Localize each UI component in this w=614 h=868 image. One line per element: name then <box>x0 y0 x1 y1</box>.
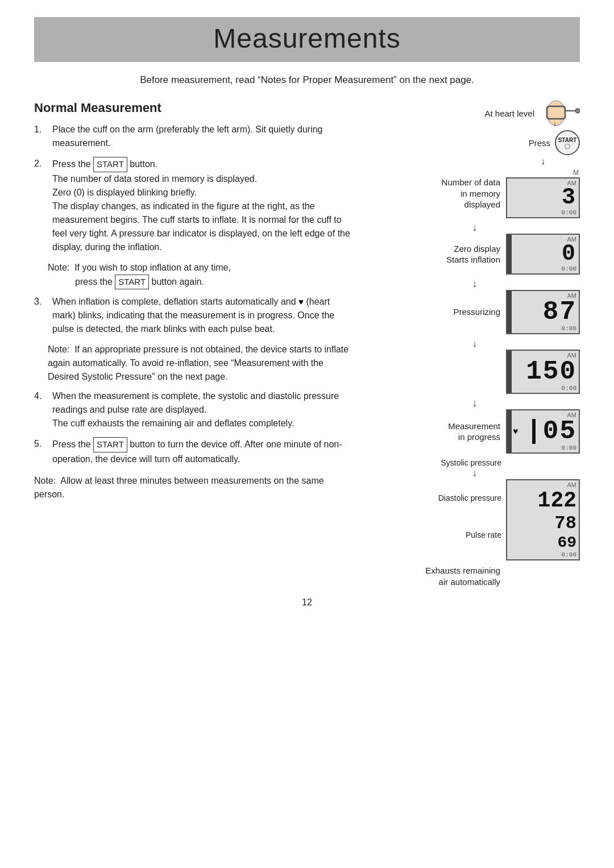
time-val-3: 0:00 <box>562 325 576 332</box>
step-5: 5. Press the START button to turn the de… <box>34 437 354 466</box>
pressure-bar-105 <box>507 410 512 452</box>
step-3-num: 3. <box>34 295 48 336</box>
step-1-num: 1. <box>34 123 48 150</box>
step-5-content: Press the START button to turn the devic… <box>52 437 354 466</box>
page-title: Measurements <box>34 23 580 54</box>
step-1: 1. Place the cuff on the arm (preferably… <box>34 123 354 150</box>
heart-icon: ♥ <box>298 297 304 306</box>
title-bar: Measurements <box>34 17 580 62</box>
heart-level-row: At heart level ↓ <box>484 98 580 128</box>
zero-value: 0 <box>562 243 576 265</box>
svg-text:↓: ↓ <box>553 119 557 127</box>
step-3-content: When inflation is complete, deflation st… <box>52 295 354 336</box>
inflation-lcd: AM 150 0:00 <box>506 350 580 394</box>
systolic-display-value: 122 <box>538 488 576 513</box>
zero-lcd: AM 0 0:00 <box>506 234 580 275</box>
diagram-inflation: AM 150 0:00 <box>370 350 580 394</box>
step-4: 4. When the measurement is complete, the… <box>34 389 354 430</box>
start-btn-ref-2: START <box>115 275 149 290</box>
pulse-display-value: 69 <box>557 534 576 551</box>
time-val-1: 0:00 <box>562 209 576 216</box>
step-3-note: Note: If an appropriate pressure is not … <box>48 343 354 384</box>
memory-lcd: AM 3 0:00 <box>506 177 580 218</box>
diagram-measurement: Measurementin progress AM ♥ |05 <box>370 409 580 454</box>
step-2: 2. Press the START button. The number of… <box>34 157 354 254</box>
memory-value: 3 <box>562 186 576 209</box>
step-3: 3. When inflation is complete, deflation… <box>34 295 354 336</box>
pressure-bar-150 <box>507 351 512 393</box>
arrow-2: ↓ <box>438 222 512 234</box>
time-row-5: 0:00 <box>562 445 576 451</box>
time-val-final: 0:00 <box>562 551 576 558</box>
step-2-note-indent: press the START button again. <box>75 277 204 286</box>
diagram-memory: Number of datain memorydisplayed M AM 3 … <box>370 169 580 218</box>
pulse-rate-label: Pulse rate <box>466 530 501 539</box>
inflation-value: 150 <box>526 359 576 385</box>
time-val-5: 0:00 <box>562 445 576 451</box>
time-row-1: 0:00 <box>562 209 576 216</box>
m-label: M <box>573 169 579 177</box>
arrow-6: ↓ <box>438 467 512 479</box>
diastolic-display-value: 78 <box>555 513 576 534</box>
content-area: Normal Measurement 1. Place the cuff on … <box>34 98 580 587</box>
pressurizing-lcd: AM 87 0:00 <box>506 290 580 334</box>
step-2-note: Note: If you wish to stop inflation at a… <box>48 261 354 290</box>
pressurizing-label: Pressurizing <box>453 306 500 318</box>
page-number: 12 <box>34 597 580 608</box>
step-5-num: 5. <box>34 437 48 466</box>
time-val-4: 0:00 <box>562 385 576 392</box>
diagram-zero: Zero displayStarts inflation AM 0 0:00 <box>370 234 580 275</box>
heart-blink: ♥ <box>513 426 518 437</box>
arrow-4: ↓ <box>438 338 512 350</box>
memory-label: Number of datain memorydisplayed <box>442 177 500 210</box>
diagram-pressurizing: Pressurizing AM 87 0:00 <box>370 290 580 334</box>
svg-point-3 <box>575 109 580 113</box>
final-lcd: AM 122 78 69 0:00 <box>506 479 580 560</box>
start-btn-ref-1: START <box>93 157 127 172</box>
at-heart-level-label: At heart level <box>484 109 534 118</box>
step-2-num: 2. <box>34 157 48 254</box>
measurement-label: Measurementin progress <box>448 421 500 443</box>
exhaust-row: Exhausts remainingair automatically <box>387 565 580 587</box>
bottom-note: Note: Allow at least three minutes betwe… <box>34 474 354 501</box>
measurement-value: |05 <box>526 418 576 445</box>
time-val-2: 0:00 <box>562 265 576 272</box>
systolic-row: Systolic pressure <box>387 458 580 467</box>
page: Measurements Before measurement, read “N… <box>0 0 614 868</box>
time-row-final: 0:00 <box>562 551 576 558</box>
pressure-bar-zero <box>507 235 512 273</box>
intro-text: Before measurement, read “Notes for Prop… <box>34 74 580 86</box>
press-row: Press START ◯ <box>529 130 580 155</box>
systolic-label: Systolic pressure <box>441 458 501 467</box>
pressure-bar-87 <box>507 291 512 333</box>
step-4-num: 4. <box>34 389 48 430</box>
pressurizing-value: 87 <box>543 299 576 325</box>
step-4-content: When the measurement is complete, the sy… <box>52 389 354 430</box>
am-label-final: AM <box>567 481 577 488</box>
cuff-illustration: ↓ <box>539 98 580 128</box>
measurement-lcd: AM ♥ |05 0:00 <box>506 409 580 454</box>
step-1-content: Place the cuff on the arm (preferably th… <box>52 123 354 150</box>
time-row-4: 0:00 <box>562 385 576 392</box>
start-button-diagram: START ◯ <box>555 130 580 155</box>
right-column: At heart level ↓ Press <box>364 98 580 587</box>
arrow-5: ↓ <box>438 397 512 409</box>
arrow-1: ↓ <box>506 156 580 167</box>
diastolic-label: Diastolic pressure <box>438 493 501 502</box>
start-btn-ref-3: START <box>93 437 127 452</box>
final-labels-col: Diastolic pressure Pulse rate <box>438 479 501 553</box>
exhaust-label: Exhausts remainingair automatically <box>425 565 500 587</box>
press-label: Press <box>529 138 550 148</box>
time-row-3: 0:00 <box>562 325 576 332</box>
zero-label: Zero displayStarts inflation <box>446 243 500 265</box>
top-diagram: At heart level ↓ Press <box>387 98 580 167</box>
final-display-row: Diastolic pressure Pulse rate AM 122 78 … <box>387 479 580 560</box>
time-row-2: 0:00 <box>562 265 576 272</box>
step-2-content: Press the START button. The number of da… <box>52 157 354 254</box>
left-column: Normal Measurement 1. Place the cuff on … <box>34 98 364 587</box>
section-title: Normal Measurement <box>34 98 354 117</box>
arrow-3: ↓ <box>438 278 512 290</box>
